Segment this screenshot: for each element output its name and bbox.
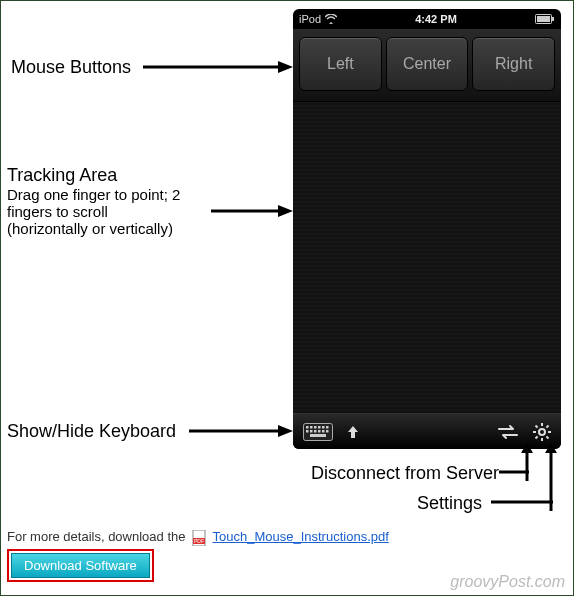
arrow-up-icon [347, 425, 359, 439]
watermark: groovyPost.com [450, 573, 565, 591]
svg-point-17 [539, 429, 545, 435]
svg-marker-29 [278, 205, 293, 217]
callout-mouse-buttons: Mouse Buttons [11, 57, 131, 78]
svg-marker-31 [278, 425, 293, 437]
tracking-area[interactable] [293, 102, 561, 413]
arrow-icon [499, 469, 529, 475]
callout-tracking-area: Tracking Area Drag one finger to point; … [7, 165, 180, 237]
svg-line-24 [546, 425, 548, 427]
tracking-sub1: Drag one finger to point; 2 [7, 186, 180, 203]
left-mouse-button[interactable]: Left [299, 37, 382, 91]
center-mouse-button[interactable]: Center [386, 37, 469, 91]
download-software-button[interactable]: Download Software [11, 553, 150, 578]
wifi-icon [325, 14, 337, 24]
keyboard-icon[interactable] [303, 423, 333, 441]
svg-line-23 [546, 436, 548, 438]
instructions-link[interactable]: Touch_Mouse_Instructions.pdf [213, 529, 389, 544]
svg-marker-35 [545, 443, 557, 453]
svg-rect-6 [314, 426, 317, 429]
svg-marker-33 [521, 443, 533, 453]
arrow-icon [211, 201, 293, 221]
svg-rect-8 [322, 426, 325, 429]
svg-text:PDF: PDF [194, 538, 204, 544]
svg-rect-2 [537, 16, 550, 22]
clock-label: 4:42 PM [415, 13, 457, 25]
svg-rect-16 [310, 434, 326, 437]
arrow-icon [189, 421, 293, 441]
svg-rect-11 [310, 430, 313, 433]
callout-keyboard: Show/Hide Keyboard [7, 421, 176, 442]
battery-icon [535, 14, 555, 24]
tracking-sub2: fingers to scroll [7, 203, 180, 220]
callout-disconnect: Disconnect from Server [311, 463, 499, 484]
svg-rect-4 [306, 426, 309, 429]
svg-rect-15 [326, 430, 329, 433]
gear-icon[interactable] [533, 423, 551, 441]
svg-rect-14 [322, 430, 325, 433]
svg-rect-5 [310, 426, 313, 429]
download-highlight-box: Download Software [7, 549, 154, 582]
tracking-sub3: (horizontally or vertically) [7, 220, 180, 237]
svg-rect-13 [318, 430, 321, 433]
disconnect-icon[interactable] [497, 424, 519, 440]
svg-rect-7 [318, 426, 321, 429]
callout-settings: Settings [417, 493, 482, 514]
svg-rect-12 [314, 430, 317, 433]
details-line: For more details, download the PDF Touch… [7, 529, 389, 546]
mouse-button-row: Left Center Right [293, 29, 561, 102]
details-prefix: For more details, download the [7, 529, 185, 544]
ipod-device: iPod 4:42 PM Left Center Right [293, 9, 561, 449]
svg-rect-1 [552, 17, 554, 21]
arrow-icon [517, 441, 537, 481]
pdf-icon: PDF [192, 530, 206, 546]
carrier-label: iPod [299, 13, 321, 25]
svg-rect-10 [306, 430, 309, 433]
tracking-title: Tracking Area [7, 165, 117, 185]
arrow-icon [491, 499, 553, 505]
svg-line-22 [536, 425, 538, 427]
svg-marker-27 [278, 61, 293, 73]
status-bar: iPod 4:42 PM [293, 9, 561, 29]
svg-line-25 [536, 436, 538, 438]
svg-rect-9 [326, 426, 329, 429]
arrow-icon [143, 57, 293, 77]
right-mouse-button[interactable]: Right [472, 37, 555, 91]
